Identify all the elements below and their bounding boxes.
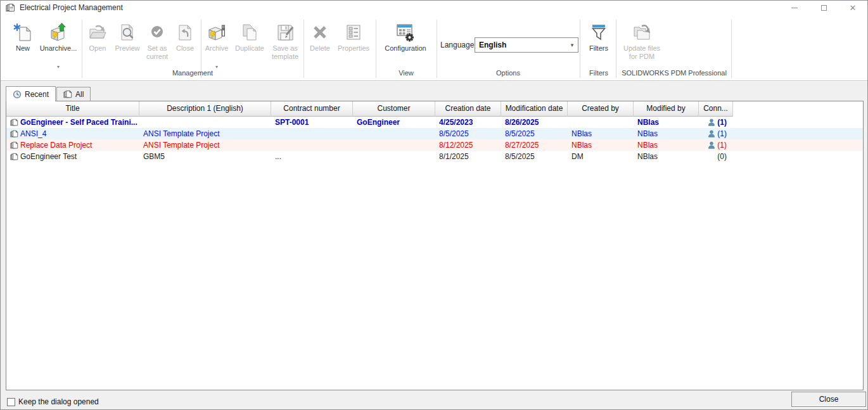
cell-modified_by: NBlas xyxy=(634,151,699,162)
cell-connections: (1) xyxy=(699,139,733,151)
new-icon xyxy=(8,20,37,42)
close-window-icon: ✕ xyxy=(850,3,857,13)
open-icon xyxy=(83,20,112,42)
window-title: Electrical Project Management xyxy=(20,3,123,12)
configuration-button[interactable]: Configuration xyxy=(380,20,431,53)
duplicate-button: Duplicate xyxy=(231,20,268,53)
maximize-icon xyxy=(821,5,827,11)
minimize-button[interactable] xyxy=(780,1,809,15)
update-files-pdm-icon xyxy=(618,20,666,42)
group-label-options: Options xyxy=(496,69,520,77)
cell-description: ANSI Template Project xyxy=(139,139,271,151)
filters-icon xyxy=(584,20,614,42)
column-header-customer[interactable]: Customer xyxy=(353,101,435,117)
cell-created_by xyxy=(568,117,634,128)
table-row[interactable]: ANSI_4ANSI Template Project8/5/20258/5/2… xyxy=(6,128,863,139)
language-value: English xyxy=(475,41,566,49)
electrical-project-management-window: Electrical Project Management ✕ New Unar… xyxy=(0,0,868,410)
filters-button[interactable]: Filters xyxy=(584,20,614,53)
set-as-current-icon xyxy=(143,20,172,42)
delete-icon xyxy=(305,20,335,42)
close-project-icon xyxy=(170,20,200,42)
minimize-icon xyxy=(791,8,798,8)
table-row[interactable]: GoEngineer - Self Paced Traini...SPT-000… xyxy=(6,117,863,128)
language-label: Language xyxy=(440,41,474,49)
ribbon-separator xyxy=(376,20,376,78)
group-label-filters: Filters xyxy=(589,69,608,77)
column-header-modification_date[interactable]: Modification date xyxy=(501,101,568,117)
keep-dialog-opened-checkbox[interactable] xyxy=(7,398,15,406)
cell-modification_date: 8/5/2025 xyxy=(501,128,568,139)
project-icon xyxy=(10,141,18,150)
new-button[interactable]: New xyxy=(8,20,37,53)
close-project-button: Close xyxy=(170,20,200,53)
unarchive-dropdown-icon[interactable]: ▾ xyxy=(36,64,80,70)
cell-title: GoEngineer - Self Paced Traini... xyxy=(6,117,139,128)
close-dialog-button[interactable]: Close xyxy=(791,392,866,407)
ribbon-separator xyxy=(437,20,437,78)
column-header-description[interactable]: Description 1 (English) xyxy=(139,101,271,117)
properties-icon xyxy=(335,20,372,42)
cell-contract xyxy=(271,128,353,139)
configuration-icon xyxy=(380,20,431,42)
person-icon xyxy=(708,119,715,126)
table-header-row: TitleDescription 1 (English)Contract num… xyxy=(6,101,863,117)
keep-dialog-opened-option: Keep the dialog opened xyxy=(7,397,99,406)
column-header-connections[interactable]: Conn... xyxy=(699,101,733,117)
tab-recent[interactable]: Recent xyxy=(6,86,56,101)
cell-customer xyxy=(353,151,435,162)
cell-modified_by: NBlas xyxy=(634,128,699,139)
cell-description: GBM5 xyxy=(139,151,271,162)
unarchive-icon xyxy=(36,20,80,42)
cell-creation_date: 8/1/2025 xyxy=(435,151,501,162)
column-header-contract[interactable]: Contract number xyxy=(271,101,353,117)
cell-description: ANSI Template Project xyxy=(139,128,271,139)
project-icon xyxy=(63,90,72,99)
preview-button: Preview xyxy=(112,20,143,53)
cell-customer: GoEngineer xyxy=(353,117,435,128)
group-label-pdm: SOLIDWORKS PDM Professional xyxy=(622,69,727,77)
cell-created_by: NBlas xyxy=(568,139,634,151)
cell-contract: ... xyxy=(271,151,353,162)
column-header-creation_date[interactable]: Creation date xyxy=(435,101,501,117)
project-table: TitleDescription 1 (English)Contract num… xyxy=(6,101,864,390)
save-as-template-button: Save as template xyxy=(268,20,302,61)
archive-button: Archive ▾ xyxy=(202,20,231,53)
cell-connections: (0) xyxy=(699,151,733,162)
combo-arrow-icon: ▾ xyxy=(566,42,578,48)
update-files-pdm-button: Update files for PDM xyxy=(618,20,666,61)
project-icon xyxy=(10,119,18,127)
dialog-body: Recent All TitleDescription 1 (English)C… xyxy=(1,82,867,409)
ribbon-separator xyxy=(303,20,304,78)
language-select[interactable]: English ▾ xyxy=(475,37,578,53)
ribbon-separator xyxy=(731,20,732,78)
tab-all[interactable]: All xyxy=(56,87,91,101)
cell-description xyxy=(139,117,271,128)
cell-customer xyxy=(353,128,435,139)
unarchive-button[interactable]: Unarchive... ▾ xyxy=(36,20,80,53)
keep-dialog-opened-label: Keep the dialog opened xyxy=(18,397,99,406)
cell-contract xyxy=(271,139,353,151)
column-header-created_by[interactable]: Created by xyxy=(568,101,634,117)
cell-creation_date: 8/5/2025 xyxy=(435,128,501,139)
cell-creation_date: 4/25/2023 xyxy=(435,117,501,128)
project-icon xyxy=(10,130,18,138)
close-window-button[interactable]: ✕ xyxy=(838,1,867,15)
table-row[interactable]: GoEngineer TestGBM5...8/1/20258/5/2025DM… xyxy=(6,151,863,162)
column-header-title[interactable]: Title xyxy=(6,101,139,117)
open-button: Open xyxy=(83,20,112,53)
cell-created_by: DM xyxy=(568,151,634,162)
cell-connections: (1) xyxy=(699,117,733,128)
ribbon-separator xyxy=(580,20,580,78)
titlebar: Electrical Project Management ✕ xyxy=(1,1,867,15)
project-manager-app-icon xyxy=(6,3,15,13)
ribbon-separator xyxy=(82,20,82,78)
preview-icon xyxy=(112,20,143,42)
column-header-modified_by[interactable]: Modified by xyxy=(634,101,699,117)
cell-title: ANSI_4 xyxy=(6,128,139,139)
table-row[interactable]: Replace Data ProjectANSI Template Projec… xyxy=(6,139,863,151)
maximize-button[interactable] xyxy=(809,1,838,15)
project-icon xyxy=(10,153,18,161)
set-as-current-button: Set as current xyxy=(143,20,172,61)
properties-button: Properties xyxy=(335,20,372,53)
